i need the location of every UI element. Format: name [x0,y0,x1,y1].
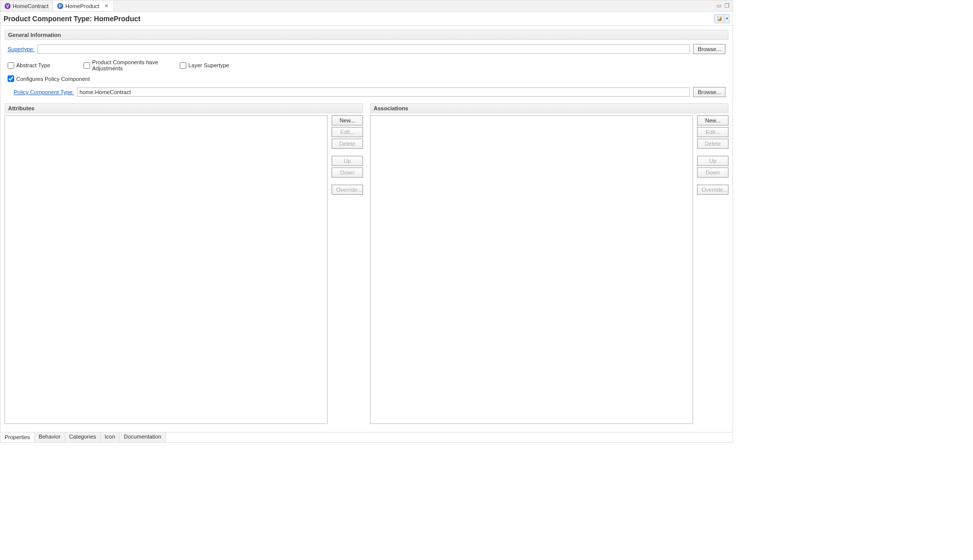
editor-tabbar: V HomeContract P HomeProduct ✕ ▭ ❐ [1,1,733,12]
product-type-icon: P [57,3,63,9]
header-action-icon[interactable]: ◪ [714,14,724,23]
tab-label: HomeContract [13,3,49,9]
supertype-label-link[interactable]: Supertype: [8,46,34,52]
layer-supertype-label: Layer Supertype [188,62,229,68]
policy-type-input[interactable] [77,88,690,97]
associations-buttons: New... Edit... Delete Up Down Override..… [697,115,728,424]
section-attributes: Attributes [5,103,363,113]
abstract-type-checkbox-wrap: Abstract Type [8,59,84,71]
attr-new-button[interactable]: New... [332,115,363,125]
row-supertype: Supertype: Browse... [5,42,728,56]
assoc-down-button: Down [697,167,728,178]
associations-column: Associations New... Edit... Delete Up Do… [370,103,728,426]
editor-window: V HomeContract P HomeProduct ✕ ▭ ❐ Produ… [0,0,733,443]
policy-type-label-link[interactable]: Policy Component Type: [14,89,74,95]
row-configures: Configures Policy Component [5,74,728,83]
supertype-input[interactable] [37,45,690,54]
editor-content: General Information Supertype: Browse...… [1,26,733,432]
associations-body: New... Edit... Delete Up Down Override..… [370,113,728,426]
assoc-up-button: Up [697,156,728,166]
adjustments-checkbox[interactable] [84,62,90,69]
assoc-override-button: Override... [697,185,728,195]
maximize-icon[interactable]: ❐ [724,3,729,9]
section-general-info: General Information [5,30,728,40]
page-title: Product Component Type: HomeProduct [4,15,140,23]
tab-homecontract[interactable]: V HomeContract [1,1,53,11]
row-type-flags: Abstract Type Product Components have Ad… [5,58,728,72]
policy-type-icon: V [5,3,11,9]
assoc-delete-button: Delete [697,139,728,149]
browse-supertype-button[interactable]: Browse... [693,44,725,54]
btab-documentation[interactable]: Documentation [120,433,166,442]
tabbar-controls: ▭ ❐ [716,3,733,9]
assoc-new-button[interactable]: New... [697,115,728,125]
btab-properties[interactable]: Properties [1,433,34,442]
assoc-edit-button: Edit... [697,127,728,137]
attr-down-button: Down [332,167,363,178]
header-action-dropdown[interactable]: ▾ [724,14,729,23]
attributes-column: Attributes New... Edit... Delete Up Down… [5,103,363,426]
attr-edit-button: Edit... [332,127,363,137]
tab-label: HomeProduct [65,3,99,9]
columns: Attributes New... Edit... Delete Up Down… [5,101,728,428]
tab-homeproduct[interactable]: P HomeProduct ✕ [53,1,114,11]
attr-up-button: Up [332,156,363,166]
configures-label: Configures Policy Component [16,76,90,82]
minimize-icon[interactable]: ▭ [716,3,721,9]
close-icon[interactable]: ✕ [103,3,109,9]
editor-header: Product Component Type: HomeProduct ◪ ▾ [1,12,733,26]
layer-supertype-checkbox-wrap: Layer Supertype [180,59,229,71]
attributes-buttons: New... Edit... Delete Up Down Override..… [332,115,363,424]
btab-icon[interactable]: Icon [101,433,120,442]
abstract-type-checkbox[interactable] [8,62,14,69]
attributes-body: New... Edit... Delete Up Down Override..… [5,113,363,426]
associations-list[interactable] [370,115,693,424]
btab-categories[interactable]: Categories [65,433,101,442]
row-policy-type: Policy Component Type: Browse... [5,85,728,99]
section-associations: Associations [370,103,728,113]
header-actions: ◪ ▾ [714,14,729,23]
btab-behavior[interactable]: Behavior [34,433,65,442]
configures-checkbox[interactable] [8,75,14,82]
bottom-tabbar: Properties Behavior Categories Icon Docu… [1,432,733,442]
attr-delete-button: Delete [332,139,363,149]
browse-policy-type-button[interactable]: Browse... [693,87,725,97]
abstract-type-label: Abstract Type [16,62,50,68]
adjustments-label: Product Components have Adjustments [92,59,180,71]
attributes-list[interactable] [5,115,328,424]
attr-override-button: Override... [332,185,363,195]
adjustments-checkbox-wrap: Product Components have Adjustments [84,59,180,71]
layer-supertype-checkbox[interactable] [180,62,186,69]
